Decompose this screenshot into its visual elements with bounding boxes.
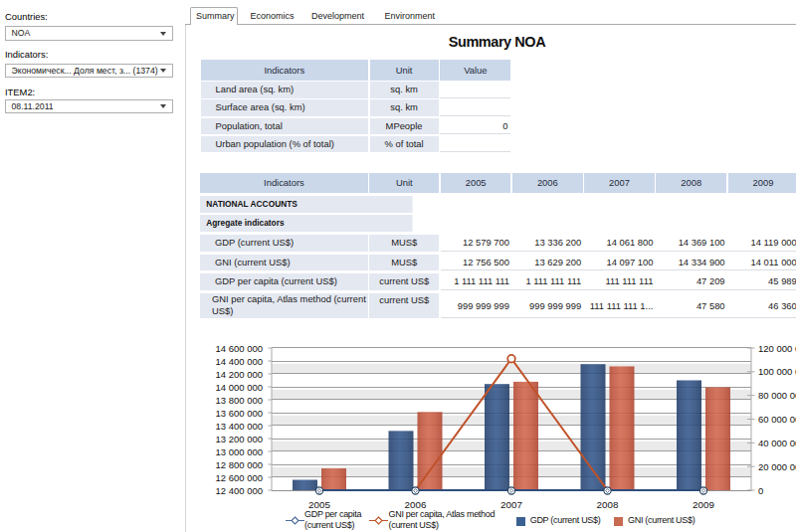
svg-text:80 000 000: 80 000 000 (758, 390, 796, 401)
svg-text:13 000 000: 13 000 000 (215, 446, 263, 457)
svg-text:12 600 000: 12 600 000 (215, 472, 263, 483)
svg-text:14 400 000: 14 400 000 (215, 356, 263, 367)
svg-text:2008: 2008 (597, 499, 619, 510)
svg-text:12 800 000: 12 800 000 (215, 459, 263, 470)
svg-text:13 400 000: 13 400 000 (215, 421, 263, 432)
svg-text:13 600 000: 13 600 000 (215, 408, 263, 419)
svg-text:13 800 000: 13 800 000 (215, 395, 263, 406)
svg-text:2009: 2009 (693, 499, 714, 510)
svg-text:40 000 000: 40 000 000 (758, 438, 796, 448)
svg-text:14 600 000: 14 600 000 (215, 343, 263, 354)
svg-text:2007: 2007 (500, 499, 522, 510)
svg-text:12 400 000: 12 400 000 (215, 485, 263, 496)
svg-text:100 000 000: 100 000 000 (758, 366, 796, 377)
svg-text:14 000 000: 14 000 000 (215, 382, 263, 393)
svg-text:120 000 000: 120 000 000 (758, 343, 796, 354)
svg-text:0: 0 (758, 485, 763, 496)
svg-text:14 200 000: 14 200 000 (215, 369, 263, 380)
svg-text:20 000 000: 20 000 000 (758, 461, 796, 472)
svg-text:60 000 000: 60 000 000 (758, 414, 796, 425)
svg-text:13 200 000: 13 200 000 (215, 434, 263, 444)
